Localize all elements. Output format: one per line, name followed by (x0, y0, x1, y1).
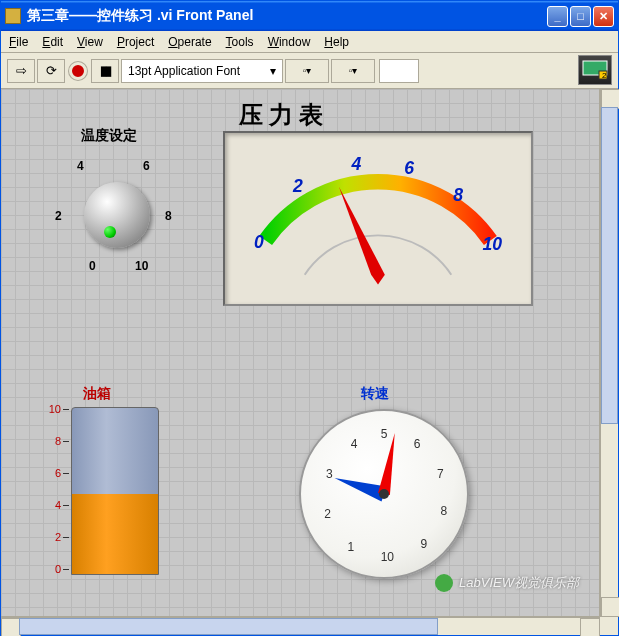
pause-button[interactable]: ▮▮ (91, 59, 119, 83)
gauge-face: 0 2 4 6 8 10 (225, 133, 531, 304)
svg-text:4: 4 (351, 154, 362, 174)
menu-operate[interactable]: Operate (168, 35, 211, 49)
rpm-tick-1: 1 (347, 540, 354, 554)
rpm-center-icon (379, 489, 389, 499)
close-button[interactable]: ✕ (593, 6, 614, 27)
rpm-tick-5: 5 (381, 427, 388, 441)
gauge-title: 压 力 表 (239, 99, 323, 131)
knob-tick-6: 6 (143, 159, 150, 173)
watermark: LabVIEW视觉俱乐部 (435, 574, 579, 592)
menu-project[interactable]: Project (117, 35, 154, 49)
svg-text:2: 2 (292, 176, 303, 196)
rpm-tick-9: 9 (420, 537, 427, 551)
rpm-tick-3: 3 (326, 467, 333, 481)
tank-tick-6: 6 (55, 467, 61, 479)
rpm-tick-10: 10 (381, 550, 394, 564)
scroll-corner (600, 617, 618, 635)
menu-file[interactable]: File (9, 35, 28, 49)
menu-tools[interactable]: Tools (226, 35, 254, 49)
svg-text:8: 8 (453, 185, 463, 205)
knob-tick-0: 0 (89, 259, 96, 273)
rpm-tick-6: 6 (414, 437, 421, 451)
app-icon (5, 8, 21, 24)
pressure-gauge[interactable]: 0 2 4 6 8 10 (223, 131, 533, 306)
rpm-label: 转速 (361, 385, 389, 403)
knob-dial[interactable] (84, 182, 150, 248)
rpm-tick-4: 4 (351, 437, 358, 451)
font-selector[interactable]: 13pt Application Font (121, 59, 283, 83)
svg-text:0: 0 (254, 232, 264, 252)
titlebar[interactable]: 第三章——控件练习 .vi Front Panel _ □ ✕ (1, 1, 618, 31)
rpm-tick-7: 7 (437, 467, 444, 481)
knob-control: 温度设定 0 2 4 6 8 10 (39, 127, 199, 287)
knob-tick-4: 4 (77, 159, 84, 173)
tank-tick-10: 10 (49, 403, 61, 415)
knob-indicator-icon (104, 226, 116, 238)
tank-tick-4: 4 (55, 499, 61, 511)
rpm-face[interactable]: 5 6 7 8 9 10 1 2 3 4 (299, 409, 469, 579)
font-label: 13pt Application Font (128, 64, 240, 78)
rpm-needle-red-icon (378, 432, 401, 495)
maximize-button[interactable]: □ (570, 6, 591, 27)
run-button[interactable]: ⇨ (7, 59, 35, 83)
svg-text:2: 2 (602, 71, 607, 80)
rpm-tick-8: 8 (440, 504, 447, 518)
svg-text:6: 6 (404, 158, 414, 178)
window-title: 第三章——控件练习 .vi Front Panel (27, 7, 547, 25)
rpm-gauge: 转速 5 6 7 8 9 10 1 2 3 4 (289, 389, 479, 589)
context-help-icon[interactable]: 2 (578, 55, 612, 85)
watermark-text: LabVIEW视觉俱乐部 (459, 574, 579, 592)
tank-fill (72, 494, 158, 574)
tank-tick-2: 2 (55, 531, 61, 543)
tank-body[interactable] (71, 407, 159, 575)
minimize-button[interactable]: _ (547, 6, 568, 27)
menu-help[interactable]: Help (324, 35, 349, 49)
knob-tick-10: 10 (135, 259, 148, 273)
run-continuous-button[interactable]: ⟳ (37, 59, 65, 83)
rpm-tick-2: 2 (324, 507, 331, 521)
horizontal-scrollbar[interactable] (1, 617, 600, 635)
menu-edit[interactable]: Edit (42, 35, 63, 49)
tank-tick-0: 0 (55, 563, 61, 575)
menu-window[interactable]: Window (268, 35, 311, 49)
wechat-icon (435, 574, 453, 592)
align-button[interactable]: ▫▾ (285, 59, 329, 83)
front-panel-canvas[interactable]: 温度设定 0 2 4 6 8 10 压 力 表 (1, 89, 600, 617)
menubar: File Edit View Project Operate Tools Win… (1, 31, 618, 53)
vertical-scrollbar[interactable] (600, 89, 618, 617)
knob-label: 温度设定 (81, 127, 137, 145)
tank-label: 油箱 (83, 385, 111, 403)
abort-button[interactable] (69, 62, 87, 80)
distribute-button[interactable]: ▫▾ (331, 59, 375, 83)
toolbar: ⇨ ⟳ ▮▮ 13pt Application Font ▫▾ ▫▾ 2 (1, 53, 618, 89)
tank-tick-8: 8 (55, 435, 61, 447)
svg-text:10: 10 (483, 234, 503, 254)
vscroll-thumb[interactable] (601, 107, 618, 424)
knob-tick-2: 2 (55, 209, 62, 223)
knob-tick-8: 8 (165, 209, 172, 223)
tank-indicator: 油箱 10 8 6 4 2 0 (37, 389, 187, 579)
workarea: 温度设定 0 2 4 6 8 10 压 力 表 (1, 89, 618, 635)
hscroll-thumb[interactable] (19, 618, 438, 635)
search-input[interactable] (379, 59, 419, 83)
tank-scale: 10 8 6 4 2 0 (37, 407, 69, 575)
menu-view[interactable]: View (77, 35, 103, 49)
app-window: 第三章——控件练习 .vi Front Panel _ □ ✕ File Edi… (0, 0, 619, 636)
